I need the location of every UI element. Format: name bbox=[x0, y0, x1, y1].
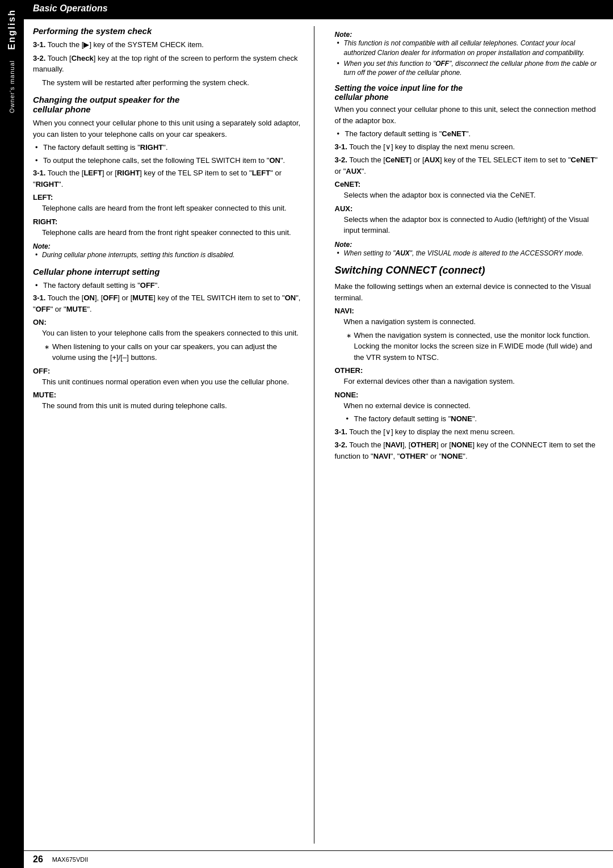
switching-connect-intro: Make the following settings when an exte… bbox=[335, 281, 604, 303]
term-aux-label: AUX: bbox=[335, 204, 604, 213]
term-other-label: OTHER: bbox=[335, 366, 604, 375]
note-top-right-item-1: This function is not compatible with all… bbox=[335, 39, 604, 58]
step-3-2-system: 3-2. Touch [Check] key at the top right … bbox=[33, 53, 303, 75]
two-column-layout: Performing the system check 3-1. Touch t… bbox=[24, 19, 613, 850]
sidebar: English Owner's manual bbox=[0, 0, 24, 868]
section-switching-connect-title: Switching CONNECT (connect) bbox=[335, 265, 604, 276]
right-column: Note: This function is not compatible wi… bbox=[326, 26, 604, 844]
term-none-bullet: The factory default setting is "NONE". bbox=[344, 413, 604, 425]
sidebar-manual-label: Owner's manual bbox=[9, 60, 15, 113]
term-navi-desc: When a navigation system is connected. bbox=[344, 316, 604, 328]
step-3-1-system: 3-1. Touch the [▶] key of the SYSTEM CHE… bbox=[33, 39, 303, 51]
step-3-1-connect: 3-1. Touch the [∨] key to display the ne… bbox=[335, 426, 604, 438]
sidebar-language-label: English bbox=[7, 6, 17, 53]
term-right-label: RIGHT: bbox=[33, 217, 303, 226]
section-voice-input-title: Setting the voice input line for thecell… bbox=[335, 83, 604, 102]
note-voice-input-item-1: When setting to "AUX", the VISUAL mode i… bbox=[335, 249, 604, 258]
step-3-2-id: 3-2. bbox=[33, 54, 45, 62]
term-mute-desc: The sound from this unit is muted during… bbox=[42, 400, 303, 412]
note-top-right-item-2: When you set this function to "OFF", dis… bbox=[335, 59, 604, 78]
term-none-label: NONE: bbox=[335, 391, 604, 399]
term-navi-asterisk: When the navigation system is connected,… bbox=[344, 330, 604, 363]
voice-input-bullet-1: The factory default setting is "CeNET". bbox=[335, 128, 604, 140]
term-on-desc: You can listen to your telephone calls f… bbox=[42, 328, 303, 339]
step-3-1-speaker: 3-1. Touch the [LEFT] or [RIGHT] key of … bbox=[33, 167, 303, 190]
note-output-speaker: Note: During cellular phone interrupts, … bbox=[33, 242, 303, 260]
note-top-right: Note: This function is not compatible wi… bbox=[335, 31, 604, 78]
output-speaker-bullet-1: The factory default setting is "RIGHT". bbox=[33, 142, 303, 153]
note-voice-input: Note: When setting to "AUX", the VISUAL … bbox=[335, 241, 604, 258]
section-output-speaker-title: Changing the output speaker for thecellu… bbox=[33, 95, 303, 114]
term-navi-label: NAVI: bbox=[335, 307, 604, 315]
term-on-asterisk: When listening to your calls on your car… bbox=[42, 341, 303, 363]
term-cenet-label: CeNET: bbox=[335, 180, 604, 188]
footer: 26 MAX675VDII bbox=[24, 850, 613, 868]
term-left-desc: Telephone calls are heard from the front… bbox=[42, 203, 303, 214]
term-left-label: LEFT: bbox=[33, 193, 303, 202]
step-3-2-voice: 3-2. Touch the [CeNET] or [AUX] key of t… bbox=[335, 154, 604, 177]
output-speaker-bullet-2: To output the telephone calls, set the f… bbox=[33, 155, 303, 166]
term-off-label: OFF: bbox=[33, 367, 303, 375]
note-voice-input-title: Note: bbox=[335, 241, 604, 249]
term-none-desc: When no external device is connected. bbox=[344, 400, 604, 412]
voice-input-intro: When you connect your cellular phone to … bbox=[335, 104, 604, 126]
interrupt-bullet-1: The factory default setting is "OFF". bbox=[33, 280, 303, 291]
note-top-right-title: Note: bbox=[335, 31, 604, 39]
section-interrupt-title: Cellular phone interrupt setting bbox=[33, 267, 303, 276]
term-mute-label: MUTE: bbox=[33, 391, 303, 399]
term-cenet-desc: Selects when the adaptor box is connecte… bbox=[344, 190, 604, 201]
term-off-desc: This unit continues normal operation eve… bbox=[42, 376, 303, 388]
note-output-speaker-item-1: During cellular phone interrupts, settin… bbox=[33, 250, 303, 260]
step-3-1-interrupt: 3-1. Touch the [ON], [OFF] or [MUTE] key… bbox=[33, 292, 303, 315]
step-3-2-connect: 3-2. Touch the [NAVI], [OTHER] or [NONE]… bbox=[335, 439, 604, 462]
term-other-desc: For external devices other than a naviga… bbox=[344, 376, 604, 387]
term-on-label: ON: bbox=[33, 318, 303, 326]
section-performing-title: Performing the system check bbox=[33, 26, 303, 36]
page-number: 26 bbox=[33, 854, 43, 865]
main-content: Basic Operations Performing the system c… bbox=[24, 0, 613, 868]
step-3-1-id: 3-1. bbox=[33, 40, 45, 49]
model-number: MAX675VDII bbox=[52, 856, 89, 863]
term-right-desc: Telephone calls are heard from the front… bbox=[42, 227, 303, 238]
header-title: Basic Operations bbox=[33, 3, 108, 13]
output-speaker-intro: When you connect your cellular phone to … bbox=[33, 118, 303, 140]
header-bar: Basic Operations bbox=[24, 0, 613, 18]
left-column: Performing the system check 3-1. Touch t… bbox=[33, 26, 303, 844]
column-divider bbox=[314, 26, 314, 844]
step-3-2-continuation: The system will be restarted after perfo… bbox=[42, 77, 303, 89]
note-output-speaker-title: Note: bbox=[33, 242, 303, 250]
term-aux-desc: Selects when the adaptor box is connecte… bbox=[344, 214, 604, 236]
step-3-1-voice: 3-1. Touch the [∨] key to display the ne… bbox=[335, 141, 604, 153]
page-wrapper: English Owner's manual Basic Operations … bbox=[0, 0, 613, 868]
